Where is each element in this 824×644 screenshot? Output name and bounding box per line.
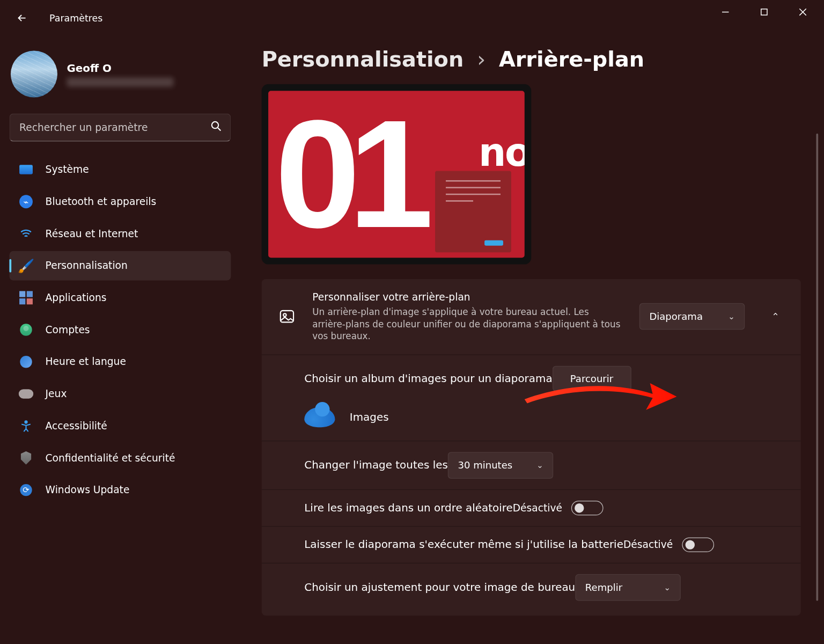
svg-point-2 (25, 421, 27, 423)
toggle-state-label: Désactivé (513, 502, 562, 514)
nav-bluetooth[interactable]: Bluetooth et appareils (9, 187, 231, 216)
nav-network[interactable]: Réseau et Internet (9, 219, 231, 248)
svg-point-4 (283, 314, 286, 317)
nav-gaming[interactable]: Jeux (9, 379, 231, 409)
nav-label: Réseau et Internet (46, 228, 138, 239)
minimize-button[interactable] (706, 0, 745, 24)
nav-label: Personnalisation (46, 260, 128, 272)
maximize-icon (760, 8, 768, 16)
close-button[interactable] (783, 0, 822, 24)
fit-select[interactable]: Remplir ⌄ (575, 574, 681, 601)
svg-rect-3 (281, 311, 293, 323)
scrollbar-thumb[interactable] (816, 134, 818, 601)
setting-title: Laisser le diaporama s'exécuter même si … (304, 538, 623, 551)
browse-button[interactable]: Parcourir (553, 365, 631, 391)
nav-label: Comptes (46, 324, 90, 335)
background-type-select[interactable]: Diaporama ⌄ (639, 303, 745, 330)
setting-title: Changer l'image toutes les (304, 459, 448, 472)
bluetooth-icon (19, 194, 33, 209)
image-icon (278, 308, 297, 326)
paintbrush-icon: 🖌️ (19, 258, 33, 273)
wifi-icon (19, 226, 33, 241)
nav-privacy[interactable]: Confidentialité et sécurité (9, 443, 231, 473)
breadcrumb: Personnalisation › Arrière-plan (262, 47, 822, 72)
maximize-button[interactable] (745, 0, 783, 24)
setting-shuffle: Lire les images dans un ordre aléatoire … (262, 489, 801, 525)
setting-title: Choisir un album d'images pour un diapor… (304, 372, 552, 385)
select-value: 30 minutes (458, 460, 512, 471)
setting-title: Personnaliser votre arrière-plan (312, 291, 623, 303)
nav-list: Système Bluetooth et appareils Réseau et… (9, 155, 231, 505)
setting-choose-album: Choisir un album d'images pour un diapor… (262, 354, 801, 440)
window-title: Paramètres (49, 13, 102, 24)
chevron-right-icon: › (477, 47, 485, 72)
breadcrumb-parent[interactable]: Personnalisation (262, 47, 464, 72)
nav-personalization[interactable]: 🖌️ Personnalisation (9, 251, 231, 281)
nav-label: Bluetooth et appareils (46, 195, 157, 207)
arrow-left-icon (16, 12, 28, 24)
nav-apps[interactable]: Applications (9, 283, 231, 312)
select-value: Remplir (585, 582, 622, 592)
nav-label: Applications (46, 292, 107, 304)
setting-title: Choisir un ajustement pour votre image d… (304, 581, 575, 594)
preview-app-mock (435, 171, 511, 252)
user-name: Geoff O (67, 62, 173, 75)
setting-personalize-background[interactable]: Personnaliser votre arrière-plan Un arri… (262, 279, 801, 354)
titlebar: Paramètres (0, 0, 822, 36)
nav-label: Confidentialité et sécurité (46, 452, 175, 464)
nav-accessibility[interactable]: Accessibilité (9, 411, 231, 441)
nav-system[interactable]: Système (9, 155, 231, 185)
breadcrumb-current: Arrière-plan (499, 47, 644, 72)
apps-icon (19, 290, 33, 305)
preview-brand-suffix: not (479, 129, 525, 172)
setting-change-every: Changer l'image toutes les 30 minutes ⌄ (262, 441, 801, 489)
onedrive-icon (304, 407, 335, 427)
nav-update[interactable]: ⟳ Windows Update (9, 475, 231, 505)
nav-label: Système (46, 164, 89, 175)
expand-toggle[interactable]: ⌃ (766, 311, 785, 322)
shuffle-toggle[interactable] (571, 501, 604, 515)
update-icon: ⟳ (19, 482, 33, 497)
button-label: Parcourir (570, 373, 613, 384)
album-folder-row[interactable]: Images (304, 403, 785, 430)
avatar (11, 51, 57, 98)
accessibility-icon (19, 419, 33, 433)
interval-select[interactable]: 30 minutes ⌄ (448, 452, 554, 479)
sidebar: Geoff O Système Bluetooth et appareils (0, 36, 240, 642)
nav-time[interactable]: Heure et langue (9, 347, 231, 377)
close-icon (799, 8, 807, 16)
search-input[interactable] (9, 113, 231, 141)
setting-title: Lire les images dans un ordre aléatoire (304, 501, 512, 514)
wallpaper-preview: 01 not (262, 84, 532, 265)
minimize-icon (722, 8, 730, 16)
toggle-state-label: Désactivé (623, 538, 673, 550)
settings-group: Personnaliser votre arrière-plan Un arri… (262, 279, 801, 616)
shield-icon (19, 451, 33, 465)
profile-block[interactable]: Geoff O (9, 46, 231, 114)
svg-point-1 (212, 122, 218, 128)
chevron-down-icon: ⌄ (664, 583, 671, 592)
search-icon (210, 120, 223, 136)
preview-logo-text: 01 (275, 91, 422, 258)
user-email-redacted (67, 77, 173, 86)
svg-rect-0 (761, 9, 767, 15)
search-box[interactable] (9, 113, 231, 141)
setting-fit: Choisir un ajustement pour votre image d… (262, 562, 801, 615)
gamepad-icon (19, 386, 33, 401)
setting-battery: Laisser le diaporama s'exécuter même si … (262, 526, 801, 562)
nav-accounts[interactable]: Comptes (9, 315, 231, 345)
nav-label: Accessibilité (46, 420, 107, 431)
nav-label: Heure et langue (46, 356, 126, 368)
nav-label: Windows Update (46, 484, 130, 496)
select-value: Diaporama (649, 311, 703, 322)
chevron-down-icon: ⌄ (728, 312, 735, 321)
chevron-down-icon: ⌄ (536, 460, 543, 470)
main-content: Personnalisation › Arrière-plan 01 not (240, 36, 822, 642)
monitor-icon (19, 162, 33, 177)
battery-toggle[interactable] (682, 537, 715, 552)
person-icon (19, 323, 33, 337)
setting-description: Un arrière-plan d'image s'applique à vot… (312, 306, 623, 342)
folder-name: Images (350, 411, 389, 423)
back-button[interactable] (6, 3, 37, 33)
nav-label: Jeux (46, 388, 67, 400)
